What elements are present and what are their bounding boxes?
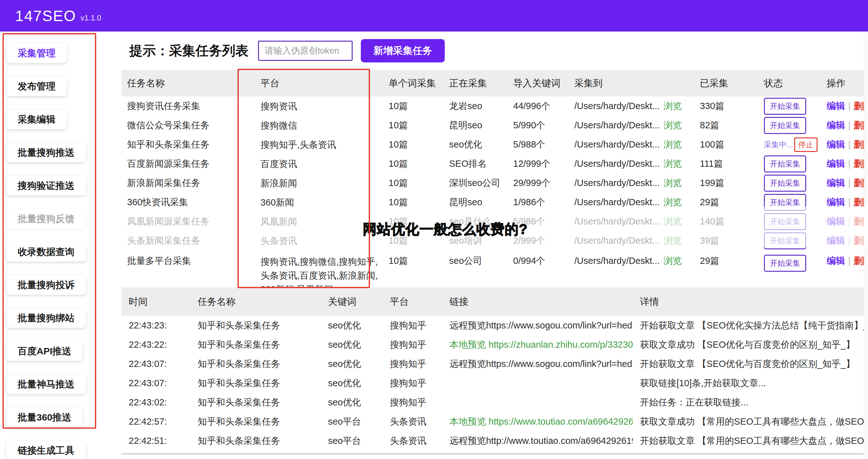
delete-link[interactable]: 删除 bbox=[854, 159, 864, 169]
preview-link[interactable]: 远程预览https://www.sogou.com/link?url=hedJj… bbox=[450, 359, 633, 369]
sidebar-item-收录数据查询[interactable]: 收录数据查询 bbox=[6, 242, 86, 262]
log-time-cell: 22:43:02: bbox=[121, 397, 190, 407]
edit-link[interactable]: 编辑 bbox=[827, 216, 845, 226]
app-header: 147SEO v1.1.0 bbox=[0, 0, 868, 32]
collected-count-cell: 330篇 bbox=[694, 100, 758, 112]
source-path-cell: /Users/hardy/Deskt...浏览 bbox=[569, 250, 694, 267]
sidebar-item-批量360推送[interactable]: 批量360推送 bbox=[6, 407, 83, 427]
browse-link[interactable]: 浏览 bbox=[663, 235, 682, 245]
source-path-cell: /Users/hardy/Deskt...浏览 bbox=[569, 158, 694, 170]
log-link-cell: 本地预览 https://zhuanlan.zhihu.com/p/332300… bbox=[442, 338, 633, 351]
edit-link[interactable]: 编辑 bbox=[827, 235, 845, 245]
token-input[interactable] bbox=[258, 41, 352, 61]
delete-link[interactable]: 删除 bbox=[854, 256, 864, 266]
platform-cell: 新浪新闻 bbox=[255, 176, 383, 190]
column-header: 链接 bbox=[442, 295, 633, 308]
start-collect-button[interactable]: 开始采集 bbox=[764, 117, 806, 134]
app-version: v1.1.0 bbox=[81, 13, 101, 22]
log-row: 22:43:02:知乎和头条采集任务seo优化搜狗知乎开始任务：正在获取链接..… bbox=[121, 393, 864, 412]
browse-link[interactable]: 浏览 bbox=[663, 159, 682, 169]
action-separator: | bbox=[848, 120, 851, 130]
column-header: 详情 bbox=[633, 295, 864, 308]
preview-link[interactable]: 本地预览 https://www.toutiao.com/a6964292619… bbox=[450, 417, 633, 427]
log-keyword-cell: seo优化 bbox=[321, 358, 382, 370]
imported-keywords-cell: 2/999个 bbox=[507, 234, 569, 247]
delete-link[interactable]: 删除 bbox=[854, 178, 864, 188]
log-link-cell: 远程预览http://www.toutiao.com/a69642926197.… bbox=[442, 435, 633, 447]
sidebar-item-链接生成工具[interactable]: 链接生成工具 bbox=[6, 441, 86, 459]
status-cell: 开始采集 bbox=[758, 213, 821, 230]
start-collect-button[interactable]: 开始采集 bbox=[764, 194, 806, 211]
log-link-cell: 远程预览https://www.sogou.com/link?url=hedJj… bbox=[442, 319, 633, 332]
browse-link[interactable]: 浏览 bbox=[663, 139, 682, 150]
log-task-cell: 知乎和头条采集任务 bbox=[190, 396, 321, 409]
action-separator: | bbox=[848, 235, 851, 245]
start-collect-button[interactable]: 开始采集 bbox=[764, 156, 806, 172]
source-path: /Users/hardy/Deskt... bbox=[575, 216, 660, 226]
start-collect-button[interactable]: 开始采集 bbox=[764, 213, 806, 230]
per-word-cell: 10篇 bbox=[383, 215, 443, 228]
collected-count-cell: 100篇 bbox=[694, 138, 758, 151]
action-separator: | bbox=[848, 139, 851, 150]
edit-link[interactable]: 编辑 bbox=[827, 256, 845, 266]
column-header: 采集到 bbox=[569, 77, 694, 90]
edit-link[interactable]: 编辑 bbox=[827, 120, 845, 130]
start-collect-button[interactable]: 开始采集 bbox=[764, 255, 806, 272]
preview-link[interactable]: 远程预览http://www.toutiao.com/a69642926197.… bbox=[450, 436, 633, 446]
source-path-cell: /Users/hardy/Deskt...浏览 bbox=[569, 138, 694, 151]
scrollbar[interactable] bbox=[864, 32, 868, 459]
start-collect-button[interactable]: 开始采集 bbox=[764, 175, 806, 192]
sidebar-item-百度API推送[interactable]: 百度API推送 bbox=[6, 341, 83, 361]
task-name-cell: 知乎和头条采集任务 bbox=[121, 138, 255, 151]
column-header: 平台 bbox=[382, 295, 442, 308]
add-task-button[interactable]: 新增采集任务 bbox=[361, 39, 445, 62]
log-row: 22:42:57:知乎和头条采集任务seo平台头条资讯本地预览 https://… bbox=[121, 412, 864, 431]
start-collect-button[interactable]: 开始采集 bbox=[764, 232, 806, 249]
browse-link[interactable]: 浏览 bbox=[663, 120, 682, 130]
delete-link[interactable]: 删除 bbox=[854, 235, 864, 245]
browse-link[interactable]: 浏览 bbox=[663, 256, 682, 266]
edit-link[interactable]: 编辑 bbox=[827, 178, 845, 188]
bottom-divider bbox=[121, 453, 864, 455]
start-collect-button[interactable]: 开始采集 bbox=[764, 98, 806, 115]
delete-link[interactable]: 删除 bbox=[854, 139, 864, 150]
status-cell: 开始采集 bbox=[758, 98, 821, 115]
browse-link[interactable]: 浏览 bbox=[663, 178, 682, 188]
delete-link[interactable]: 删除 bbox=[854, 120, 864, 130]
collecting-keyword-cell: seo优化 bbox=[443, 138, 507, 151]
sidebar-item-采集编辑[interactable]: 采集编辑 bbox=[6, 110, 67, 129]
sidebar-item-批量搜狗推送[interactable]: 批量搜狗推送 bbox=[6, 143, 86, 162]
edit-link[interactable]: 编辑 bbox=[827, 139, 845, 150]
preview-link[interactable]: 本地预览 https://zhuanlan.zhihu.com/p/332300… bbox=[450, 339, 633, 350]
sidebar-item-批量搜狗反馈[interactable]: 批量搜狗反馈 bbox=[6, 209, 86, 229]
preview-link[interactable]: 远程预览https://www.sogou.com/link?url=hedJj… bbox=[450, 320, 633, 330]
sidebar-item-批量神马推送[interactable]: 批量神马推送 bbox=[6, 374, 86, 394]
edit-link[interactable]: 编辑 bbox=[827, 197, 845, 207]
delete-link[interactable]: 删除 bbox=[854, 197, 864, 207]
log-platform-cell: 头条资讯 bbox=[382, 416, 442, 428]
log-time-cell: 22:43:22: bbox=[121, 339, 190, 350]
column-header: 时间 bbox=[121, 295, 190, 308]
actions-cell: 编辑|删除 bbox=[821, 119, 864, 132]
delete-link[interactable]: 删除 bbox=[854, 101, 864, 111]
edit-link[interactable]: 编辑 bbox=[827, 159, 845, 169]
sidebar-item-批量搜狗投诉[interactable]: 批量搜狗投诉 bbox=[6, 275, 86, 295]
sidebar-item-批量搜狗绑站[interactable]: 批量搜狗绑站 bbox=[6, 308, 86, 328]
browse-link[interactable]: 浏览 bbox=[663, 101, 682, 111]
source-path: /Users/hardy/Deskt... bbox=[575, 197, 660, 207]
collecting-keyword-cell: 龙岩seo bbox=[443, 100, 507, 112]
sidebar-item-搜狗验证推送[interactable]: 搜狗验证推送 bbox=[6, 176, 86, 195]
sidebar-item-采集管理[interactable]: 采集管理 bbox=[6, 43, 67, 63]
log-keyword-cell: seo优化 bbox=[321, 377, 382, 390]
imported-keywords-cell: 0/994个 bbox=[507, 250, 569, 267]
edit-link[interactable]: 编辑 bbox=[827, 101, 845, 111]
sidebar: 采集管理发布管理采集编辑批量搜狗推送搜狗验证推送批量搜狗反馈收录数据查询批量搜狗… bbox=[6, 43, 86, 459]
per-word-cell: 10篇 bbox=[383, 138, 443, 151]
sidebar-item-发布管理[interactable]: 发布管理 bbox=[6, 76, 67, 96]
stop-button[interactable]: 停止 bbox=[794, 137, 817, 152]
browse-link[interactable]: 浏览 bbox=[663, 216, 682, 226]
collected-count-cell: 82篇 bbox=[694, 119, 758, 132]
collecting-keyword-cell: seo培训 bbox=[443, 234, 507, 247]
browse-link[interactable]: 浏览 bbox=[663, 197, 682, 207]
delete-link[interactable]: 删除 bbox=[854, 216, 864, 226]
